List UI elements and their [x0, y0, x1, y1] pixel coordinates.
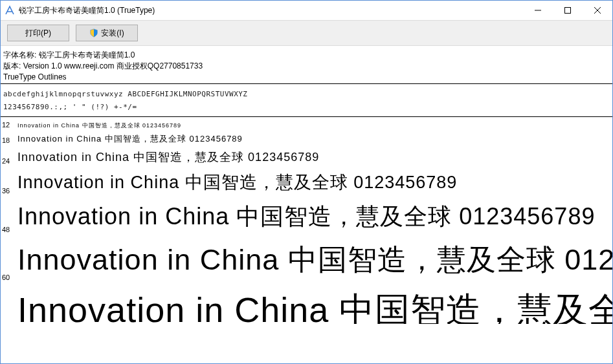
font-outlines-line: TrueType Outlines — [3, 72, 610, 83]
sample-row-72: 72 Innovation in China 中国智造，慧及全球 0123456… — [1, 284, 612, 324]
sample-text: Innovation in China 中国智造，慧及全球 0123456789 — [17, 133, 243, 145]
shield-icon — [89, 28, 98, 37]
font-name-line: 字体名称: 锐字工房卡布奇诺美瞳简1.0 — [3, 50, 610, 61]
print-button-label: 打印(P) — [25, 28, 51, 39]
sample-size-label: 36 — [2, 187, 17, 196]
sample-row-24: 24 Innovation in China 中国智造，慧及全球 0123456… — [1, 147, 612, 167]
sample-text: Innovation in China 中国智造，慧及全球 0123456789 — [17, 121, 181, 130]
content-area: 字体名称: 锐字工房卡布奇诺美瞳简1.0 版本: Version 1.0 www… — [1, 46, 612, 363]
sample-size-label: 18 — [2, 136, 17, 145]
sample-row-12: 12 Innovation in China 中国智造，慧及全球 0123456… — [1, 120, 612, 131]
minimize-button[interactable] — [523, 1, 553, 20]
maximize-icon — [564, 7, 571, 14]
window-title: 锐字工房卡布奇诺美瞳简1.0 (TrueType) — [19, 5, 523, 16]
install-button-label: 安装(I) — [101, 28, 124, 39]
sample-row-36: 36 Innovation in China 中国智造，慧及全球 0123456… — [1, 167, 612, 197]
sample-text: Innovation in China 中国智造，慧及全球 0123456789 — [17, 148, 319, 166]
sample-size-label: 12 — [2, 121, 17, 130]
window-controls — [523, 1, 612, 20]
glyphs-digits-punct: 1234567890.:,; ' " (!?) +-*/= — [3, 101, 610, 114]
toolbar: 打印(P) 安装(I) — [1, 20, 612, 46]
font-meta: 字体名称: 锐字工房卡布奇诺美瞳简1.0 版本: Version 1.0 www… — [1, 46, 612, 84]
sample-text: Innovation in China 中国智造，慧及全球 0123456789 — [17, 285, 612, 323]
minimize-icon — [535, 7, 541, 14]
sample-row-60: 60 Innovation in China 中国智造，慧及全球 0123456… — [1, 236, 612, 284]
sample-row-18: 18 Innovation in China 中国智造，慧及全球 0123456… — [1, 131, 612, 147]
titlebar: 锐字工房卡布奇诺美瞳简1.0 (TrueType) — [1, 1, 612, 20]
close-button[interactable] — [583, 1, 612, 20]
sample-row-48: 48 Innovation in China 中国智造，慧及全球 0123456… — [1, 197, 612, 236]
sample-waterfall: 12 Innovation in China 中国智造，慧及全球 0123456… — [1, 117, 612, 324]
maximize-button[interactable] — [553, 1, 583, 20]
sample-text: Innovation in China 中国智造，慧及全球 0123456789 — [17, 198, 595, 235]
sample-text: Innovation in China 中国智造，慧及全球 0123456789 — [17, 237, 612, 283]
sample-text: Innovation in China 中国智造，慧及全球 0123456789 — [17, 169, 457, 196]
svg-rect-0 — [565, 8, 571, 14]
glyph-set: abcdefghijklmnopqrstuvwxyz ABCDEFGHIJKLM… — [1, 84, 612, 117]
print-button[interactable]: 打印(P) — [7, 25, 69, 41]
font-app-icon — [5, 5, 15, 16]
font-version-line: 版本: Version 1.0 www.reeji.com 商业授权QQ2770… — [3, 61, 610, 72]
sample-size-label: 48 — [2, 226, 17, 235]
install-button[interactable]: 安装(I) — [76, 25, 138, 41]
sample-size-label: 60 — [2, 273, 17, 283]
close-icon — [594, 7, 601, 14]
glyphs-lowercase-uppercase: abcdefghijklmnopqrstuvwxyz ABCDEFGHIJKLM… — [3, 88, 610, 101]
sample-size-label: 24 — [2, 157, 17, 166]
